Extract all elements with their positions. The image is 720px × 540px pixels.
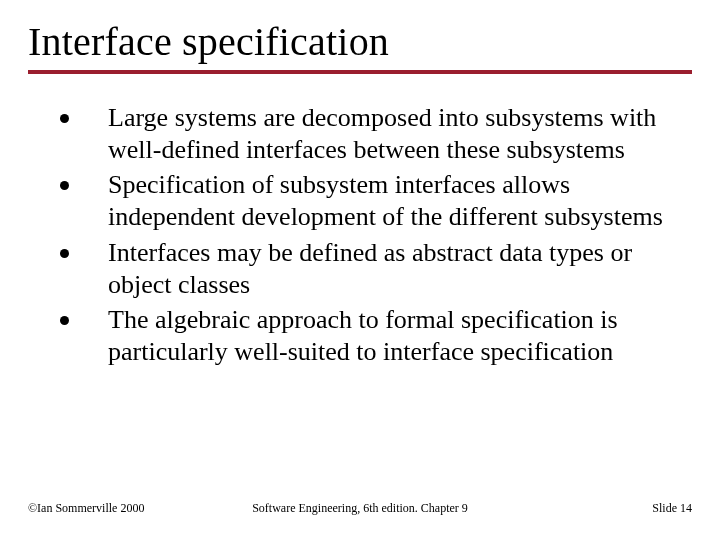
slide-footer: ©Ian Sommerville 2000 Software Engineeri… — [28, 501, 692, 516]
footer-copyright: ©Ian Sommerville 2000 — [28, 501, 144, 516]
list-item: Specification of subsystem interfaces al… — [54, 169, 682, 232]
bullet-list: Large systems are decomposed into subsys… — [54, 102, 682, 368]
slide-title: Interface specification — [28, 20, 692, 74]
footer-slide-number: Slide 14 — [652, 501, 692, 516]
slide: Interface specification Large systems ar… — [0, 0, 720, 540]
slide-content: Large systems are decomposed into subsys… — [28, 102, 692, 368]
list-item: The algebraic approach to formal specifi… — [54, 304, 682, 367]
list-item: Large systems are decomposed into subsys… — [54, 102, 682, 165]
list-item: Interfaces may be defined as abstract da… — [54, 237, 682, 300]
